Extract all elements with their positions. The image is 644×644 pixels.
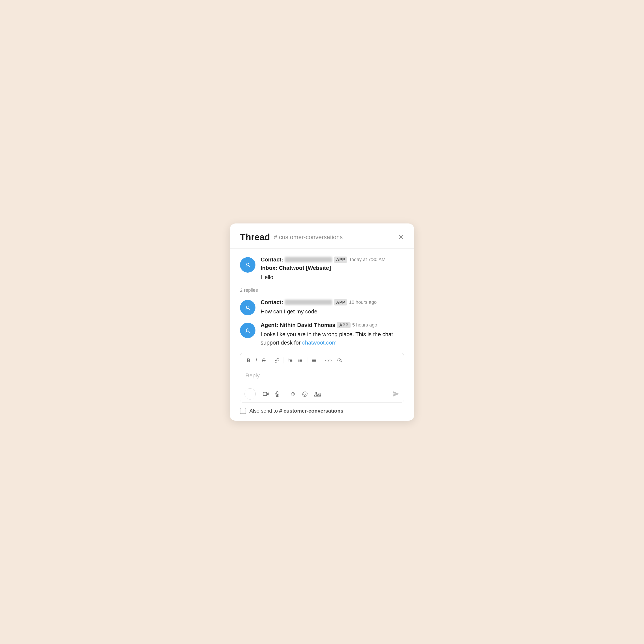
message-text: Hello bbox=[261, 273, 404, 281]
mic-button[interactable] bbox=[272, 389, 283, 398]
message-time: 10 hours ago bbox=[349, 299, 377, 305]
message-item: Agent: Nithin David Thomas APP 5 hours a… bbox=[240, 322, 404, 347]
message-content: Agent: Nithin David Thomas APP 5 hours a… bbox=[261, 322, 404, 347]
italic-button[interactable]: I bbox=[253, 356, 259, 365]
app-badge: APP bbox=[334, 299, 347, 305]
message-time: Today at 7:30 AM bbox=[349, 257, 386, 262]
svg-point-1 bbox=[244, 304, 252, 312]
message-time: 5 hours ago bbox=[352, 322, 377, 328]
bold-button[interactable]: B bbox=[245, 356, 252, 365]
avatar bbox=[240, 257, 255, 273]
modal-channel: # customer-conversations bbox=[274, 234, 343, 241]
placeholder-text: Reply... bbox=[245, 372, 264, 379]
message-meta: Agent: Nithin David Thomas APP 5 hours a… bbox=[261, 322, 404, 328]
emoji-button[interactable]: ☺ bbox=[287, 389, 299, 399]
message-item: Contact: APP 10 hours ago How can I get … bbox=[240, 299, 404, 316]
modal-footer: Also send to # customer-conversations bbox=[230, 403, 414, 421]
format-button[interactable]: Aa bbox=[311, 389, 324, 399]
replies-divider: 2 replies bbox=[240, 287, 404, 293]
video-button[interactable] bbox=[260, 389, 271, 398]
svg-rect-20 bbox=[263, 392, 267, 395]
avatar bbox=[240, 300, 255, 315]
message-text: Looks like you are in the wrong place. T… bbox=[261, 330, 404, 347]
svg-point-0 bbox=[244, 261, 252, 269]
also-send-checkbox[interactable] bbox=[240, 408, 246, 414]
svg-text:3.: 3. bbox=[289, 361, 290, 362]
toolbar-divider bbox=[307, 357, 307, 363]
add-button[interactable]: + bbox=[245, 388, 256, 399]
message-meta: Contact: APP 10 hours ago bbox=[261, 299, 404, 306]
svg-point-13 bbox=[298, 360, 299, 361]
svg-point-14 bbox=[298, 361, 299, 362]
link-button[interactable] bbox=[272, 357, 281, 364]
avatar bbox=[240, 323, 255, 338]
svg-point-12 bbox=[298, 359, 299, 360]
svg-marker-19 bbox=[267, 393, 268, 395]
toolbar-icons: B I S 1. 2. 3. bbox=[240, 353, 404, 368]
modal-body: Contact: APP Today at 7:30 AM Inbox: Cha… bbox=[230, 249, 414, 403]
indent-button[interactable] bbox=[310, 357, 319, 364]
message-text: How can I get my code bbox=[261, 307, 404, 316]
unordered-list-button[interactable] bbox=[296, 357, 305, 364]
toolbar-divider bbox=[270, 357, 270, 363]
message-inbox: Inbox: Chatwoot [Website] bbox=[261, 265, 404, 271]
reply-input-placeholder[interactable]: Reply... bbox=[240, 368, 404, 385]
code-button[interactable]: </> bbox=[323, 357, 334, 364]
action-divider bbox=[258, 391, 258, 397]
footer-label: Also send to # customer-conversations bbox=[249, 408, 343, 414]
action-divider bbox=[285, 391, 285, 397]
modal-title: Thread bbox=[240, 232, 270, 242]
strikethrough-button[interactable]: S bbox=[260, 356, 268, 365]
message-content: Contact: APP Today at 7:30 AM Inbox: Cha… bbox=[261, 256, 404, 281]
message-item: Contact: APP Today at 7:30 AM Inbox: Cha… bbox=[240, 256, 404, 281]
toolbar-divider bbox=[284, 357, 284, 363]
upload-button[interactable] bbox=[335, 357, 344, 364]
app-badge: APP bbox=[334, 257, 347, 263]
reply-toolbar: B I S 1. 2. 3. bbox=[240, 353, 404, 403]
message-sender: Agent: Nithin David Thomas bbox=[261, 322, 335, 328]
message-content: Contact: APP 10 hours ago How can I get … bbox=[261, 299, 404, 316]
mention-button[interactable]: @ bbox=[299, 389, 311, 399]
replies-label: 2 replies bbox=[240, 287, 258, 293]
send-button[interactable] bbox=[393, 390, 399, 397]
redacted-name bbox=[285, 300, 332, 305]
ordered-list-button[interactable]: 1. 2. 3. bbox=[286, 357, 295, 364]
message-meta: Contact: APP Today at 7:30 AM bbox=[261, 256, 404, 263]
reply-actions: + ☺ @ bbox=[240, 385, 404, 403]
svg-point-2 bbox=[244, 326, 252, 334]
app-badge: APP bbox=[337, 322, 351, 328]
close-button[interactable]: ✕ bbox=[398, 234, 404, 241]
toolbar-divider bbox=[321, 357, 321, 363]
message-sender: Contact: bbox=[261, 299, 283, 306]
modal-header: Thread # customer-conversations ✕ bbox=[230, 223, 414, 249]
thread-modal: Thread # customer-conversations ✕ Contac… bbox=[230, 223, 414, 421]
redacted-name bbox=[285, 257, 332, 262]
message-sender: Contact: bbox=[261, 256, 283, 263]
chatwoot-link[interactable]: chatwoot.com bbox=[302, 339, 337, 346]
replies-line bbox=[261, 290, 404, 290]
